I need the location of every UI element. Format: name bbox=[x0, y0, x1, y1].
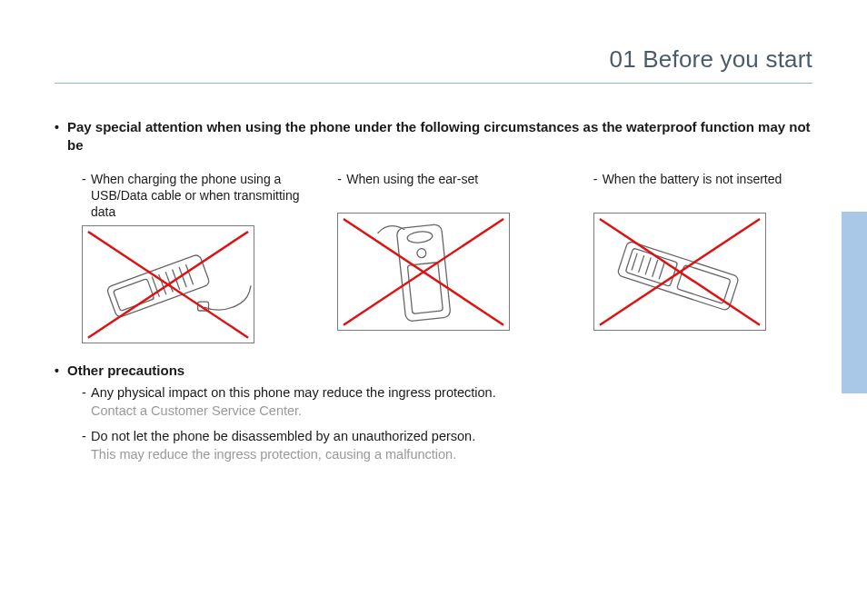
precaution-text: Do not let the phone be disassembled by … bbox=[91, 427, 475, 445]
dash-glyph: - bbox=[593, 171, 603, 207]
bullet-glyph: • bbox=[55, 362, 67, 380]
intro-bullet: • Pay special attention when using the p… bbox=[55, 118, 812, 154]
column-earset: - When using the ear-set bbox=[337, 171, 556, 343]
svg-line-24 bbox=[659, 262, 664, 279]
column-charging: - When charging the phone using a USB/Da… bbox=[82, 171, 301, 343]
svg-line-3 bbox=[159, 274, 166, 294]
dash-glyph: - bbox=[337, 171, 346, 207]
caption-battery: - When the battery is not inserted bbox=[593, 171, 812, 207]
content-area: • Pay special attention when using the p… bbox=[55, 118, 812, 463]
other-precautions: • Other precautions - Any physical impac… bbox=[55, 362, 812, 463]
caption-earset: - When using the ear-set bbox=[337, 171, 556, 207]
precaution-text: Any physical impact on this phone may re… bbox=[91, 383, 496, 402]
svg-line-21 bbox=[638, 255, 643, 273]
side-tab bbox=[842, 212, 867, 393]
figure-earset bbox=[337, 213, 510, 331]
circumstance-columns: - When charging the phone using a USB/Da… bbox=[82, 171, 812, 343]
document-page: 01 Before you start • Pay special attent… bbox=[0, 0, 867, 616]
svg-line-23 bbox=[652, 260, 657, 277]
caption-text: When charging the phone using a USB/Data… bbox=[91, 171, 301, 220]
dash-glyph: - bbox=[82, 427, 91, 445]
precaution-item: - Do not let the phone be disassembled b… bbox=[82, 427, 812, 445]
intro-text: Pay special attention when using the pho… bbox=[67, 118, 812, 154]
figure-charging bbox=[82, 225, 254, 343]
dash-glyph: - bbox=[82, 383, 91, 402]
precaution-note: Contact a Customer Service Center. bbox=[91, 402, 812, 420]
svg-point-13 bbox=[407, 231, 434, 244]
svg-line-22 bbox=[645, 258, 651, 275]
bullet-glyph: • bbox=[55, 118, 67, 136]
precaution-note: This may reduce the ingress protection, … bbox=[91, 445, 812, 463]
caption-charging: - When charging the phone using a USB/Da… bbox=[82, 171, 301, 220]
dash-glyph: - bbox=[82, 171, 91, 220]
phone-charging-illustration bbox=[83, 226, 254, 343]
phone-no-battery-illustration bbox=[594, 214, 765, 331]
caption-text: When using the ear-set bbox=[346, 171, 478, 207]
svg-line-20 bbox=[632, 253, 637, 271]
column-battery: - When the battery is not inserted bbox=[593, 171, 812, 343]
other-heading: Other precautions bbox=[67, 362, 184, 380]
header-rule bbox=[55, 83, 812, 84]
svg-point-14 bbox=[417, 248, 427, 258]
chapter-title: 01 Before you start bbox=[55, 45, 812, 74]
phone-earset-illustration bbox=[338, 214, 509, 331]
precaution-item: - Any physical impact on this phone may … bbox=[82, 383, 812, 402]
svg-rect-18 bbox=[676, 264, 730, 303]
figure-battery bbox=[593, 213, 766, 331]
svg-rect-0 bbox=[106, 253, 210, 318]
caption-text: When the battery is not inserted bbox=[603, 171, 782, 207]
